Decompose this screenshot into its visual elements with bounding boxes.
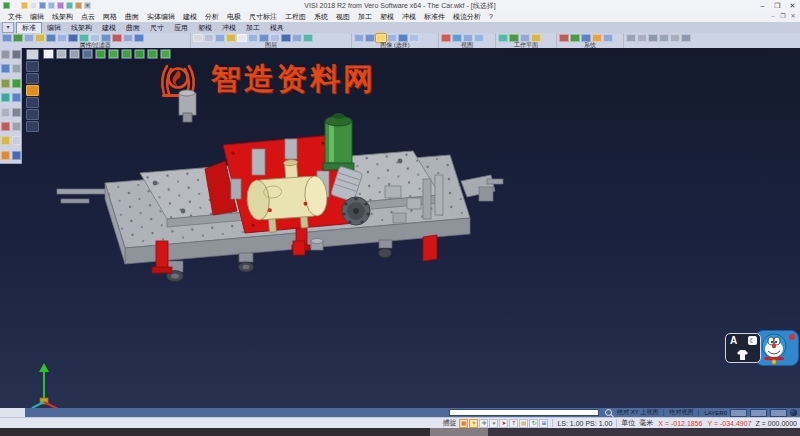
search-icon[interactable] [605, 409, 612, 416]
strip-icon-4[interactable] [26, 85, 39, 96]
menu-item-10[interactable]: 电极 [223, 11, 245, 22]
toolbar-tab-5[interactable]: 曲面 [121, 22, 145, 33]
quick-access-icon-9[interactable] [75, 2, 82, 9]
misc-icon-1[interactable] [626, 34, 636, 42]
units-value[interactable]: 毫米 [639, 418, 653, 428]
image-select-icon-3[interactable] [376, 34, 386, 42]
workplane-icon-1[interactable] [498, 34, 508, 42]
mdi-close-button[interactable]: ✕ [788, 11, 798, 22]
quick-access-icon-7[interactable] [57, 2, 64, 9]
menu-item-11[interactable]: 尺寸标注 [245, 11, 281, 22]
snap-toggle-6[interactable]: T [509, 419, 518, 428]
menu-item-14[interactable]: 视图 [332, 11, 354, 22]
filter-icon-11[interactable] [112, 34, 122, 42]
ime-mode-indicator[interactable]: A [730, 335, 737, 346]
menu-item-19[interactable]: 模流分析 [449, 11, 485, 22]
dock-icon-14[interactable] [12, 136, 21, 145]
layer-icon-5[interactable] [237, 34, 247, 42]
menu-item-7[interactable]: 实体编辑 [143, 11, 179, 22]
layer-icon-4[interactable] [226, 34, 236, 42]
view-icon-3[interactable] [463, 34, 473, 42]
layer-icon-11[interactable] [303, 34, 313, 42]
toolbar-tab-4[interactable]: 建模 [97, 22, 121, 33]
menu-item-2[interactable]: 编辑 [26, 11, 48, 22]
workplane-icon-2[interactable] [509, 34, 519, 42]
toolbar-tab-8[interactable]: 塑模 [193, 22, 217, 33]
ime-widget[interactable]: A ☾ [725, 330, 799, 366]
shading-icon-3[interactable] [69, 49, 80, 59]
snap-toggle-7[interactable]: ▤ [519, 419, 528, 428]
misc-icon-6[interactable] [681, 34, 691, 42]
command-input[interactable] [449, 409, 599, 416]
quick-access-icon-8[interactable] [66, 2, 73, 9]
render-mode-icon[interactable] [790, 409, 797, 416]
menu-item-15[interactable]: 加工 [354, 11, 376, 22]
quick-access-icon-1[interactable] [3, 2, 10, 9]
image-select-icon-1[interactable] [354, 34, 364, 42]
shading-icon-8[interactable] [134, 49, 145, 59]
filter-icon-13[interactable] [134, 34, 144, 42]
dock-icon-13[interactable] [1, 136, 10, 145]
shading-icon-5[interactable] [95, 49, 106, 59]
toolbar-tab-2[interactable]: 编辑 [42, 22, 66, 33]
menu-item-6[interactable]: 曲面 [121, 11, 143, 22]
filter-icon-6[interactable] [57, 34, 67, 42]
dock-icon-16[interactable] [12, 151, 21, 160]
menu-item-16[interactable]: 塑模 [376, 11, 398, 22]
filter-icon-3[interactable] [24, 34, 34, 42]
layer-icon-3[interactable] [215, 34, 225, 42]
filter-icon-12[interactable] [123, 34, 133, 42]
dock-icon-11[interactable] [1, 122, 10, 131]
quick-access-icon-4[interactable] [30, 2, 37, 9]
shading-icon-4[interactable] [82, 49, 93, 59]
misc-icon-5[interactable] [670, 34, 680, 42]
dock-icon-3[interactable] [1, 64, 10, 73]
quick-access-icon-2[interactable] [12, 2, 19, 9]
dock-icon-7[interactable] [1, 93, 10, 102]
layer-icon-9[interactable] [281, 34, 291, 42]
menu-item-9[interactable]: 分析 [201, 11, 223, 22]
snap-toggle-3[interactable]: ✚ [479, 419, 488, 428]
view-icon-4[interactable] [474, 34, 484, 42]
shading-icon-1[interactable] [43, 49, 54, 59]
layer-icon-8[interactable] [270, 34, 280, 42]
quick-access-icon-5[interactable] [39, 2, 46, 9]
chevron-down-icon[interactable]: ▾ [2, 22, 14, 33]
moon-icon[interactable]: ☾ [748, 336, 757, 345]
misc-icon-2[interactable] [637, 34, 647, 42]
system-icon-3[interactable] [581, 34, 591, 42]
layer-icon-1[interactable] [193, 34, 203, 42]
menu-item-8[interactable]: 建模 [179, 11, 201, 22]
menu-item-4[interactable]: 点云 [77, 11, 99, 22]
toolbar-tab-9[interactable]: 冲模 [217, 22, 241, 33]
3d-model-car-fixture[interactable] [55, 83, 505, 322]
menu-item-5[interactable]: 网格 [99, 11, 121, 22]
dock-icon-10[interactable] [12, 108, 21, 117]
filter-icon-5[interactable] [46, 34, 56, 42]
system-icon-1[interactable] [559, 34, 569, 42]
mdi-maximize-button[interactable]: ❐ [778, 11, 788, 22]
dock-icon-9[interactable] [1, 108, 10, 117]
shading-icon-7[interactable] [121, 49, 132, 59]
skin-icon[interactable] [736, 350, 749, 360]
toolbar-tab-3[interactable]: 线架构 [66, 22, 97, 33]
filter-icon-8[interactable] [79, 34, 89, 42]
toolbar-tab-6[interactable]: 尺寸 [145, 22, 169, 33]
toolbar-tab-10[interactable]: 加工 [241, 22, 265, 33]
filter-icon-1[interactable] [2, 34, 12, 42]
ime-status-box[interactable]: A ☾ [725, 333, 761, 363]
image-select-icon-4[interactable] [387, 34, 397, 42]
dock-icon-4[interactable] [12, 64, 21, 73]
dock-icon-2[interactable] [12, 50, 21, 59]
view-icon-1[interactable] [441, 34, 451, 42]
prompt-button-3[interactable] [770, 409, 787, 417]
strip-icon-7[interactable] [26, 121, 39, 132]
menu-item-13[interactable]: 系统 [310, 11, 332, 22]
filter-icon-7[interactable] [68, 34, 78, 42]
menu-item-3[interactable]: 线架构 [48, 11, 77, 22]
shading-icon-6[interactable] [108, 49, 119, 59]
close-button[interactable]: ✕ [785, 0, 800, 11]
menu-item-1[interactable]: 文件 [4, 11, 26, 22]
filter-icon-9[interactable] [90, 34, 100, 42]
minimize-button[interactable]: – [755, 0, 770, 11]
